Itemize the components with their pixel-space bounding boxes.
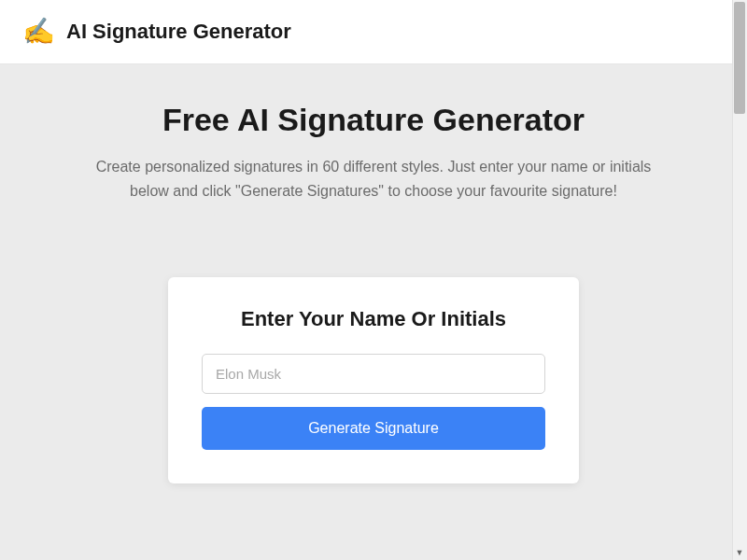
scrollbar-thumb[interactable] [734,2,745,114]
scroll-down-arrow-icon[interactable]: ▼ [732,545,747,560]
card-title: Enter Your Name Or Initials [202,307,545,331]
name-input[interactable] [202,354,545,394]
main-content: Free AI Signature Generator Create perso… [0,64,747,483]
writing-hand-icon: ✍️ [22,19,55,45]
brand-title: AI Signature Generator [66,20,291,44]
generate-signature-button[interactable]: Generate Signature [202,407,545,450]
vertical-scrollbar[interactable]: ▲ ▼ [732,0,747,560]
input-card: Enter Your Name Or Initials Generate Sig… [168,277,579,483]
header: ✍️ AI Signature Generator [0,0,747,64]
page-subtitle: Create personalized signatures in 60 dif… [75,155,672,203]
page-title: Free AI Signature Generator [56,102,691,138]
